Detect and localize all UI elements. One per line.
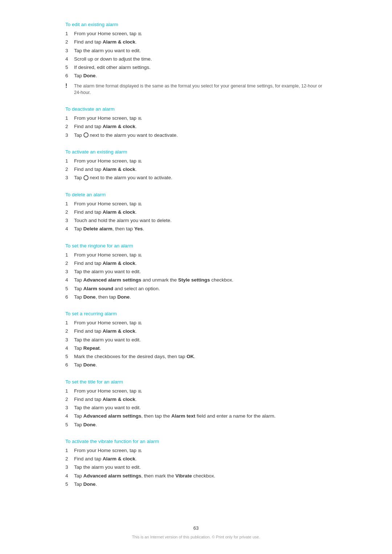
step-item: 2 Find and tap Alarm & clock. [65, 166, 327, 173]
step-item: 3 Tap the alarm you want to edit. [65, 336, 327, 344]
step-text: From your Home screen, tap ⊞. [74, 157, 327, 165]
step-number: 1 [65, 387, 74, 395]
step-text: Tap the alarm you want to edit. [74, 404, 327, 411]
step-text: Find and tap Alarm & clock. [74, 123, 327, 130]
note-icon: ! [65, 83, 74, 89]
step-number: 4 [65, 345, 74, 352]
step-text: Tap Done. [74, 481, 327, 488]
steps-list-delete: 1 From your Home screen, tap ⊞. 2 Find a… [65, 200, 327, 233]
grid-icon: ⊞ [138, 388, 141, 394]
step-item: 2 Find and tap Alarm & clock. [65, 123, 327, 130]
step-item: 6 Tap Done. [65, 72, 327, 79]
section-activate-alarm: To activate an existing alarm 1 From you… [65, 149, 327, 182]
grid-icon: ⊞ [138, 115, 141, 122]
step-number: 3 [65, 404, 74, 411]
step-item: 3 Tap the alarm you want to edit. [65, 404, 327, 411]
step-number: 3 [65, 268, 74, 275]
step-item: 2 Find and tap Alarm & clock. [65, 209, 327, 216]
steps-list-title-alarm: 1 From your Home screen, tap ⊞. 2 Find a… [65, 387, 327, 428]
step-number: 3 [65, 336, 74, 344]
step-number: 2 [65, 123, 74, 130]
step-text: Touch and hold the alarm you want to del… [74, 217, 327, 224]
section-title-title-alarm: To set the title for an alarm [65, 379, 327, 385]
step-item: 5 Tap Done. [65, 481, 327, 488]
step-number: 1 [65, 251, 74, 259]
step-text: From your Home screen, tap ⊞. [74, 387, 327, 395]
step-text: Scroll up or down to adjust the time. [74, 56, 327, 63]
circle-icon [83, 132, 89, 138]
step-number: 4 [65, 276, 74, 284]
step-item: 1 From your Home screen, tap ⊞. [65, 115, 327, 122]
step-item: 3 Tap the alarm you want to edit. [65, 47, 327, 54]
step-item: 4 Tap Delete alarm, then tap Yes. [65, 225, 327, 233]
step-number: 2 [65, 396, 74, 403]
section-title-edit: To edit an existing alarm [65, 22, 327, 27]
step-text: Find and tap Alarm & clock. [74, 260, 327, 267]
step-item: 1 From your Home screen, tap ⊞. [65, 200, 327, 208]
step-text: Find and tap Alarm & clock. [74, 328, 327, 335]
section-ringtone-alarm: To set the ringtone for an alarm 1 From … [65, 243, 327, 301]
footer-text: This is an Internet version of this publ… [132, 535, 260, 539]
grid-icon: ⊞ [138, 201, 141, 207]
step-number: 4 [65, 413, 74, 420]
circle-icon [83, 175, 89, 180]
step-number: 1 [65, 30, 74, 37]
step-text: From your Home screen, tap ⊞. [74, 115, 327, 122]
step-number: 2 [65, 455, 74, 463]
step-number: 2 [65, 328, 74, 335]
step-text: Find and tap Alarm & clock. [74, 455, 327, 463]
section-recurring-alarm: To set a recurring alarm 1 From your Hom… [65, 311, 327, 369]
step-item: 3 Tap the alarm you want to edit. [65, 268, 327, 275]
step-number: 3 [65, 174, 74, 181]
section-title-vibrate: To activate the vibrate function for an … [65, 439, 327, 444]
section-vibrate-alarm: To activate the vibrate function for an … [65, 439, 327, 488]
section-delete-alarm: To delete an alarm 1 From your Home scre… [65, 192, 327, 233]
step-item: 1 From your Home screen, tap ⊞. [65, 251, 327, 259]
step-item: 5 Mark the checkboxes for the desired da… [65, 353, 327, 360]
steps-list-ringtone: 1 From your Home screen, tap ⊞. 2 Find a… [65, 251, 327, 301]
note-text: The alarm time format displayed is the s… [74, 83, 327, 97]
step-number: 6 [65, 294, 74, 301]
step-text: If desired, edit other alarm settings. [74, 64, 327, 71]
step-text: From your Home screen, tap ⊞. [74, 200, 327, 208]
step-item: 3 Tap next to the alarm you want to deac… [65, 132, 327, 139]
step-item: 5 Tap Done. [65, 421, 327, 428]
step-text: Tap next to the alarm you want to deacti… [74, 132, 327, 139]
step-text: Tap Done. [74, 72, 327, 79]
page-container: To edit an existing alarm 1 From your Ho… [0, 0, 392, 527]
step-text: Tap Alarm sound and select an option. [74, 285, 327, 292]
step-text: Tap Done, then tap Done. [74, 294, 327, 301]
page-footer: 63 This is an Internet version of this p… [0, 525, 392, 539]
step-number: 1 [65, 447, 74, 454]
step-text: From your Home screen, tap ⊞. [74, 447, 327, 454]
step-text: Tap the alarm you want to edit. [74, 268, 327, 275]
step-text: Tap the alarm you want to edit. [74, 464, 327, 471]
step-text: Tap the alarm you want to edit. [74, 47, 327, 54]
step-item: 3 Tap the alarm you want to edit. [65, 464, 327, 471]
step-item: 5 If desired, edit other alarm settings. [65, 64, 327, 71]
step-text: From your Home screen, tap ⊞. [74, 251, 327, 259]
step-item: 4 Tap Repeat. [65, 345, 327, 352]
section-edit-alarm: To edit an existing alarm 1 From your Ho… [65, 22, 327, 96]
step-number: 3 [65, 132, 74, 139]
step-text: Tap next to the alarm you want to activa… [74, 174, 327, 181]
step-text: Find and tap Alarm & clock. [74, 209, 327, 216]
step-item: 2 Find and tap Alarm & clock. [65, 328, 327, 335]
grid-icon: ⊞ [138, 158, 141, 164]
step-item: 5 Tap Alarm sound and select an option. [65, 285, 327, 292]
step-item: 6 Tap Done, then tap Done. [65, 294, 327, 301]
grid-icon: ⊞ [138, 31, 141, 37]
step-number: 3 [65, 464, 74, 471]
step-number: 1 [65, 319, 74, 327]
step-number: 1 [65, 157, 74, 165]
step-number: 4 [65, 56, 74, 63]
step-number: 4 [65, 472, 74, 480]
step-text: Mark the checkboxes for the desired days… [74, 353, 327, 360]
step-number: 1 [65, 200, 74, 208]
step-item: 3 Touch and hold the alarm you want to d… [65, 217, 327, 224]
step-item: 6 Tap Done. [65, 361, 327, 369]
steps-list-edit: 1 From your Home screen, tap ⊞. 2 Find a… [65, 30, 327, 80]
grid-icon: ⊞ [138, 252, 141, 258]
step-item: 2 Find and tap Alarm & clock. [65, 38, 327, 46]
step-text: Find and tap Alarm & clock. [74, 38, 327, 46]
